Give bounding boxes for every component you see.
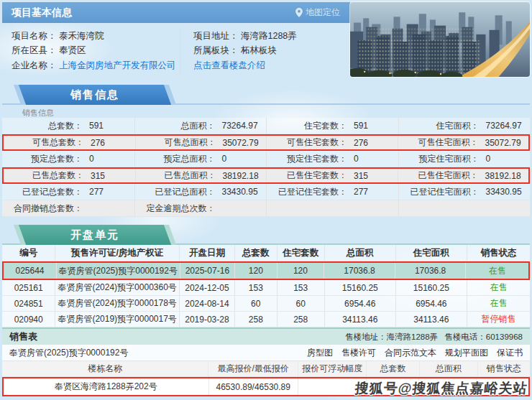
view-intro-link[interactable]: 点击查看楼盘介绍: [193, 60, 265, 70]
sales-info-field: 预定总套数：0: [2, 151, 134, 167]
col-price: 最高报价/最低报价: [208, 361, 298, 376]
sales-info-field: 总面积：73264.97: [134, 118, 267, 134]
table-row-selected[interactable]: 025644 奉贤房管(2025)预字0000192号 2025-07-16 1…: [2, 261, 530, 280]
field-value: 591: [83, 121, 104, 131]
contract-sample-link[interactable]: 合同示范文本: [385, 347, 436, 359]
field-label: 住宅面积：: [399, 120, 480, 132]
col-status: 销售状态: [477, 361, 530, 376]
page-title: 项目基本信息: [12, 6, 72, 19]
cell-date: 2024-08-14: [179, 296, 234, 311]
page: 项目基本信息 地图定位 项目名称： 泰禾海湾院 所在区县： 奉贤区: [0, 0, 532, 400]
field-value: 73264.97: [216, 121, 258, 131]
planning-map-link[interactable]: 规划平面图: [445, 347, 488, 359]
col-total-units: 总套数: [234, 245, 277, 261]
field-label: 已售住宅套数：: [267, 169, 347, 182]
tab-opening-units-label: 开盘单元: [22, 225, 168, 245]
cell-price: 46530.89/46530.89: [208, 378, 298, 395]
field-label: 预定总套数：: [2, 153, 83, 165]
status-badge: 在售: [467, 280, 530, 295]
field-value: 0: [480, 154, 491, 164]
field-label: 已登记总套数：: [2, 186, 83, 198]
field-value: 277: [83, 187, 104, 197]
project-photo: [350, 2, 530, 77]
sales-info-field: 预定总面积：0: [134, 151, 267, 167]
cell-date: 2019-03-28: [179, 312, 234, 327]
sales-info-field: 已登记住宅面积：33430.95: [398, 184, 531, 200]
table-row[interactable]: 024851 奉贤房管(2024)预字0000178号 2024-08-14 6…: [2, 296, 530, 312]
cell-date: 2024-12-05: [179, 280, 234, 295]
block-label: 所属板块：: [193, 45, 239, 55]
cityscape-image: [350, 2, 530, 77]
table-row[interactable]: 025161 奉贤房管(2024)预字0000360号 2024-12-05 1…: [2, 280, 530, 296]
document-links: 房型图 售楼许可 合同示范文本 规划平面图 保证书: [307, 347, 523, 359]
field-label: 合同撤销总套数：: [2, 203, 83, 215]
license-number: 奉贤房管(2025)预字0000192号: [9, 347, 128, 359]
building-price-table: 楼栋名称 最高报价/最低报价 报价可浮动幅度 总套数 总面积 销售状态 奉贤区海…: [2, 361, 530, 396]
cell-res-area: 6954.46: [395, 296, 467, 311]
field-value: 591: [347, 121, 368, 131]
map-locate-link[interactable]: 地图定位: [295, 6, 340, 19]
project-name-row: 项目名称： 泰禾海湾院: [12, 29, 180, 43]
status-badge: 在售: [467, 296, 530, 311]
field-label: 可售总套数：: [4, 136, 84, 149]
sales-info-table: 总套数：591 总面积：73264.97 住宅套数：591 住宅面积：73264…: [2, 118, 530, 217]
sales-info-field: 可售住宅套数：276: [266, 136, 398, 149]
field-label: 已售总套数：: [4, 169, 84, 182]
field-value: 38192.18: [216, 171, 259, 181]
cell-res-area: 34113.46: [395, 312, 467, 327]
location-pin-icon: [295, 8, 303, 17]
field-label: 可售住宅套数：: [267, 136, 347, 149]
field-label: 已登记住宅面积：: [399, 186, 480, 198]
sales-info-field: 已售总面积：38192.18: [135, 169, 267, 182]
cell-total-units: 1: [366, 378, 418, 395]
col-id: 编号: [2, 245, 55, 261]
sales-info-field: 已售住宅面积：38192.18: [398, 169, 529, 182]
sales-info-field: 已登记总面积：33430.95: [134, 184, 267, 200]
tab-opening-units[interactable]: 开盘单元: [22, 225, 168, 245]
field-value: 276: [347, 138, 368, 148]
cell-total-area: 34113.46: [324, 312, 395, 327]
sales-permit-link[interactable]: 售楼许可: [341, 347, 376, 359]
status-badge: 在售: [465, 263, 528, 279]
sales-info-field: 已登记总套数：277: [2, 184, 134, 200]
col-license: 预售许可证/房地产权证: [55, 245, 178, 261]
field-label: 预定住宅面积：: [399, 153, 480, 165]
basic-info-section: 项目基本信息 地图定位 项目名称： 泰禾海湾院 所在区县： 奉贤区: [2, 2, 530, 77]
district-value: 奉贤区: [59, 45, 86, 55]
cell-status: [476, 378, 528, 395]
cell-building: 奉贤区海湾路1288弄202号: [4, 378, 208, 395]
table-row: 已登记总套数：277 已登记总面积：33430.95 已登记住宅套数：277 已…: [2, 184, 530, 200]
sales-table-license-row: 奉贤房管(2025)预字0000192号 房型图 售楼许可 合同示范文本 规划平…: [2, 345, 530, 361]
field-value: 0: [216, 154, 227, 164]
district-label: 所在区县：: [12, 45, 57, 55]
sales-info-tab-strip: 销售信息: [2, 85, 530, 105]
cell-id: 024851: [2, 296, 55, 311]
tab-sales-info[interactable]: 销售信息: [22, 85, 168, 105]
field-value: 38192.18: [479, 171, 521, 181]
table-row-highlighted[interactable]: 奉贤区海湾路1288弄202号 46530.89/46530.89 1 1: [2, 377, 530, 396]
sales-office-phone-label: 售楼电话：: [444, 332, 486, 341]
guarantee-link[interactable]: 保证书: [497, 347, 523, 359]
field-label: 住宅套数：: [267, 120, 347, 132]
col-status: 销售状态: [467, 245, 530, 261]
table-row-highlighted: 可售总套数：276 可售总面积：35072.79 可售住宅套数：276 可售住宅…: [2, 134, 530, 151]
company-row: 企业名称： 上海金闵房地产开发有限公司: [12, 58, 180, 73]
floorplan-link[interactable]: 房型图: [307, 347, 333, 359]
cell-id: 020940: [2, 312, 55, 327]
table-header-row: 编号 预售许可证/房地产权证 开盘日期 总套数 住宅套数 总面积 住宅面积 销售…: [2, 245, 530, 261]
cell-total-area: 1: [418, 378, 476, 395]
opening-units-tab-strip: 开盘单元: [2, 225, 530, 245]
table-row[interactable]: 020940 奉贤房管(2019)预字0000017号 2019-03-28 2…: [2, 312, 530, 327]
company-link[interactable]: 上海金闵房地产开发有限公司: [59, 60, 176, 70]
sales-info-field: 合同撤销总套数：: [2, 200, 134, 216]
table-row: 总套数：591 总面积：73264.97 住宅套数：591 住宅面积：73264…: [2, 118, 530, 134]
sales-office-phone-value: 60139968: [486, 332, 523, 341]
cell-res-units: 60: [277, 296, 324, 311]
field-value: 0: [83, 154, 94, 164]
cell-res-units: 153: [277, 280, 324, 295]
table-row-highlighted: 已售总套数：315 已售总面积：38192.18 已售住宅套数：315 已售住宅…: [2, 167, 530, 184]
cell-license: 奉贤房管(2019)预字0000017号: [55, 312, 178, 327]
field-label: 已售住宅面积：: [398, 169, 479, 182]
sales-info-sublabel: 销售信息: [2, 105, 530, 118]
sales-info-field: [266, 200, 398, 216]
